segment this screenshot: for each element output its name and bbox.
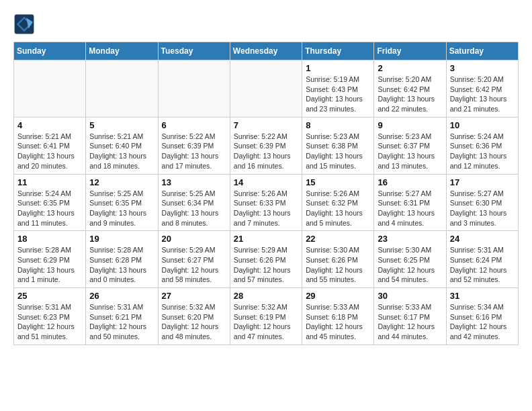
day-info: Sunrise: 5:24 AM Sunset: 6:35 PM Dayligh… bbox=[17, 189, 82, 228]
calendar-cell: 18Sunrise: 5:28 AM Sunset: 6:29 PM Dayli… bbox=[14, 231, 86, 288]
day-number: 26 bbox=[89, 291, 154, 301]
calendar-cell: 8Sunrise: 5:23 AM Sunset: 6:38 PM Daylig… bbox=[302, 117, 374, 174]
day-number: 24 bbox=[450, 234, 515, 244]
day-number: 13 bbox=[162, 177, 226, 187]
calendar-cell: 26Sunrise: 5:31 AM Sunset: 6:21 PM Dayli… bbox=[86, 288, 158, 345]
calendar-cell: 1Sunrise: 5:19 AM Sunset: 6:43 PM Daylig… bbox=[302, 60, 374, 118]
day-info: Sunrise: 5:27 AM Sunset: 6:31 PM Dayligh… bbox=[378, 189, 442, 228]
day-info: Sunrise: 5:28 AM Sunset: 6:28 PM Dayligh… bbox=[89, 245, 154, 285]
weekday-header-friday: Friday bbox=[374, 42, 446, 60]
calendar-week-5: 25Sunrise: 5:31 AM Sunset: 6:23 PM Dayli… bbox=[14, 288, 519, 345]
calendar-cell: 5Sunrise: 5:21 AM Sunset: 6:40 PM Daylig… bbox=[86, 117, 158, 174]
calendar-cell: 10Sunrise: 5:24 AM Sunset: 6:36 PM Dayli… bbox=[446, 117, 518, 174]
calendar-cell: 12Sunrise: 5:25 AM Sunset: 6:35 PM Dayli… bbox=[86, 174, 158, 231]
day-number: 31 bbox=[450, 291, 515, 301]
day-number: 1 bbox=[306, 63, 370, 73]
logo bbox=[13, 13, 38, 35]
day-info: Sunrise: 5:23 AM Sunset: 6:37 PM Dayligh… bbox=[378, 132, 442, 171]
calendar-cell: 25Sunrise: 5:31 AM Sunset: 6:23 PM Dayli… bbox=[14, 288, 86, 345]
weekday-header-sunday: Sunday bbox=[14, 42, 86, 60]
calendar-cell: 30Sunrise: 5:33 AM Sunset: 6:17 PM Dayli… bbox=[374, 288, 446, 345]
day-number: 5 bbox=[89, 120, 154, 130]
day-info: Sunrise: 5:20 AM Sunset: 6:42 PM Dayligh… bbox=[450, 75, 515, 114]
day-info: Sunrise: 5:32 AM Sunset: 6:20 PM Dayligh… bbox=[162, 302, 226, 342]
day-info: Sunrise: 5:33 AM Sunset: 6:17 PM Dayligh… bbox=[378, 302, 442, 342]
calendar-cell bbox=[14, 60, 86, 118]
day-number: 23 bbox=[378, 234, 442, 244]
weekday-header-thursday: Thursday bbox=[302, 42, 374, 60]
logo-icon bbox=[13, 13, 35, 35]
calendar-cell: 27Sunrise: 5:32 AM Sunset: 6:20 PM Dayli… bbox=[158, 288, 230, 345]
calendar-cell: 23Sunrise: 5:30 AM Sunset: 6:25 PM Dayli… bbox=[374, 231, 446, 288]
day-number: 6 bbox=[162, 120, 226, 130]
day-info: Sunrise: 5:30 AM Sunset: 6:25 PM Dayligh… bbox=[378, 245, 442, 285]
calendar-cell: 11Sunrise: 5:24 AM Sunset: 6:35 PM Dayli… bbox=[14, 174, 86, 231]
calendar-cell: 6Sunrise: 5:22 AM Sunset: 6:39 PM Daylig… bbox=[158, 117, 230, 174]
calendar-cell: 20Sunrise: 5:29 AM Sunset: 6:27 PM Dayli… bbox=[158, 231, 230, 288]
calendar-cell: 15Sunrise: 5:26 AM Sunset: 6:32 PM Dayli… bbox=[302, 174, 374, 231]
calendar-cell bbox=[230, 60, 302, 118]
calendar-cell: 4Sunrise: 5:21 AM Sunset: 6:41 PM Daylig… bbox=[14, 117, 86, 174]
day-info: Sunrise: 5:31 AM Sunset: 6:21 PM Dayligh… bbox=[89, 302, 154, 342]
calendar-cell: 14Sunrise: 5:26 AM Sunset: 6:33 PM Dayli… bbox=[230, 174, 302, 231]
calendar-cell bbox=[158, 60, 230, 118]
calendar-cell: 2Sunrise: 5:20 AM Sunset: 6:42 PM Daylig… bbox=[374, 60, 446, 118]
calendar-cell: 29Sunrise: 5:33 AM Sunset: 6:18 PM Dayli… bbox=[302, 288, 374, 345]
calendar-cell: 28Sunrise: 5:32 AM Sunset: 6:19 PM Dayli… bbox=[230, 288, 302, 345]
day-info: Sunrise: 5:22 AM Sunset: 6:39 PM Dayligh… bbox=[162, 132, 226, 171]
day-info: Sunrise: 5:21 AM Sunset: 6:41 PM Dayligh… bbox=[17, 132, 82, 171]
day-number: 19 bbox=[89, 234, 154, 244]
day-number: 17 bbox=[450, 177, 515, 187]
weekday-header-monday: Monday bbox=[86, 42, 158, 60]
weekday-header-saturday: Saturday bbox=[446, 42, 518, 60]
day-number: 12 bbox=[89, 177, 154, 187]
day-number: 28 bbox=[234, 291, 298, 301]
day-number: 3 bbox=[450, 63, 515, 73]
day-info: Sunrise: 5:24 AM Sunset: 6:36 PM Dayligh… bbox=[450, 132, 515, 171]
calendar-cell: 19Sunrise: 5:28 AM Sunset: 6:28 PM Dayli… bbox=[86, 231, 158, 288]
day-info: Sunrise: 5:32 AM Sunset: 6:19 PM Dayligh… bbox=[234, 302, 298, 342]
calendar-cell: 24Sunrise: 5:31 AM Sunset: 6:24 PM Dayli… bbox=[446, 231, 518, 288]
calendar-cell: 3Sunrise: 5:20 AM Sunset: 6:42 PM Daylig… bbox=[446, 60, 518, 118]
calendar-header-row: SundayMondayTuesdayWednesdayThursdayFrid… bbox=[14, 42, 519, 60]
day-number: 4 bbox=[17, 120, 82, 130]
calendar-week-3: 11Sunrise: 5:24 AM Sunset: 6:35 PM Dayli… bbox=[14, 174, 519, 231]
calendar-cell: 7Sunrise: 5:22 AM Sunset: 6:39 PM Daylig… bbox=[230, 117, 302, 174]
calendar-week-1: 1Sunrise: 5:19 AM Sunset: 6:43 PM Daylig… bbox=[14, 60, 519, 118]
day-info: Sunrise: 5:27 AM Sunset: 6:30 PM Dayligh… bbox=[450, 189, 515, 228]
day-info: Sunrise: 5:25 AM Sunset: 6:34 PM Dayligh… bbox=[162, 189, 226, 228]
day-info: Sunrise: 5:19 AM Sunset: 6:43 PM Dayligh… bbox=[306, 75, 370, 114]
day-info: Sunrise: 5:34 AM Sunset: 6:16 PM Dayligh… bbox=[450, 302, 515, 342]
day-info: Sunrise: 5:20 AM Sunset: 6:42 PM Dayligh… bbox=[378, 75, 442, 114]
calendar-cell: 13Sunrise: 5:25 AM Sunset: 6:34 PM Dayli… bbox=[158, 174, 230, 231]
calendar-cell: 31Sunrise: 5:34 AM Sunset: 6:16 PM Dayli… bbox=[446, 288, 518, 345]
calendar-cell: 17Sunrise: 5:27 AM Sunset: 6:30 PM Dayli… bbox=[446, 174, 518, 231]
page-header bbox=[13, 13, 519, 35]
day-info: Sunrise: 5:30 AM Sunset: 6:26 PM Dayligh… bbox=[306, 245, 370, 285]
day-number: 27 bbox=[162, 291, 226, 301]
day-number: 16 bbox=[378, 177, 442, 187]
day-number: 15 bbox=[306, 177, 370, 187]
weekday-header-wednesday: Wednesday bbox=[230, 42, 302, 60]
day-number: 11 bbox=[17, 177, 82, 187]
day-info: Sunrise: 5:31 AM Sunset: 6:24 PM Dayligh… bbox=[450, 245, 515, 285]
calendar-table: SundayMondayTuesdayWednesdayThursdayFrid… bbox=[13, 42, 519, 345]
day-number: 10 bbox=[450, 120, 515, 130]
day-info: Sunrise: 5:23 AM Sunset: 6:38 PM Dayligh… bbox=[306, 132, 370, 171]
day-number: 7 bbox=[234, 120, 298, 130]
day-number: 22 bbox=[306, 234, 370, 244]
day-number: 9 bbox=[378, 120, 442, 130]
day-info: Sunrise: 5:31 AM Sunset: 6:23 PM Dayligh… bbox=[17, 302, 82, 342]
day-info: Sunrise: 5:29 AM Sunset: 6:26 PM Dayligh… bbox=[234, 245, 298, 285]
calendar-cell: 22Sunrise: 5:30 AM Sunset: 6:26 PM Dayli… bbox=[302, 231, 374, 288]
day-number: 25 bbox=[17, 291, 82, 301]
day-info: Sunrise: 5:26 AM Sunset: 6:33 PM Dayligh… bbox=[234, 189, 298, 228]
calendar-cell: 21Sunrise: 5:29 AM Sunset: 6:26 PM Dayli… bbox=[230, 231, 302, 288]
day-info: Sunrise: 5:25 AM Sunset: 6:35 PM Dayligh… bbox=[89, 189, 154, 228]
day-number: 8 bbox=[306, 120, 370, 130]
day-number: 20 bbox=[162, 234, 226, 244]
day-info: Sunrise: 5:33 AM Sunset: 6:18 PM Dayligh… bbox=[306, 302, 370, 342]
day-number: 2 bbox=[378, 63, 442, 73]
calendar-week-2: 4Sunrise: 5:21 AM Sunset: 6:41 PM Daylig… bbox=[14, 117, 519, 174]
day-number: 18 bbox=[17, 234, 82, 244]
